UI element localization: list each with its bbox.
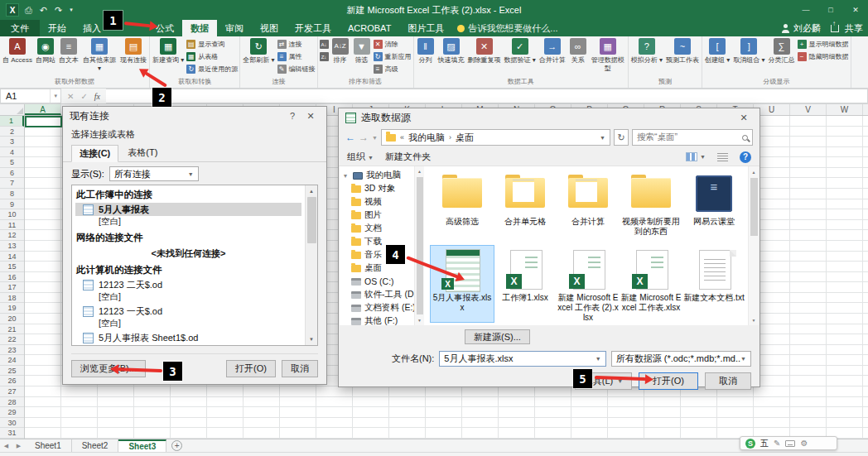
row-header-23[interactable]: 23 <box>0 345 24 356</box>
row-header-16[interactable]: 16 <box>0 272 24 283</box>
file-area-scrollbar[interactable]: ▲ ▼ <box>748 166 759 325</box>
file-item[interactable]: 高级筛选 <box>431 170 494 246</box>
cancel-button[interactable]: 取消 <box>282 360 318 377</box>
open-button[interactable]: 打开(O) <box>226 360 276 377</box>
undo-icon[interactable]: ↶ <box>40 5 47 16</box>
data-model-button[interactable]: ▦管理数据模型 <box>590 37 626 76</box>
row-header-28[interactable]: 28 <box>0 397 24 408</box>
scroll-up-icon[interactable]: ▲ <box>752 166 756 177</box>
sheet-tab-Sheet1[interactable]: Sheet1 <box>25 439 72 452</box>
row-header-12[interactable]: 12 <box>0 230 24 241</box>
column-header-W[interactable]: W <box>827 104 863 115</box>
file-item[interactable]: 新建 Microsoft Excel 工作表.xlsx <box>620 246 682 322</box>
connection-item[interactable]: 12123 二天$.od <box>75 278 301 291</box>
sheet-nav-left-icon[interactable]: ◀ <box>0 439 12 452</box>
row-header-7[interactable]: 7 <box>0 178 24 189</box>
row-header-6[interactable]: 6 <box>0 168 24 179</box>
reapply-button[interactable]: ↻重新应用 <box>374 51 412 62</box>
filter-button[interactable]: ▼筛选 <box>352 37 372 76</box>
from-table-button[interactable]: ▦从表格 <box>186 51 238 62</box>
chevron-down-icon[interactable]: ▼ <box>600 135 605 141</box>
consolidate-button[interactable]: →合并计算 <box>538 37 567 76</box>
select-all-corner[interactable] <box>0 104 25 116</box>
nav-item-10[interactable]: 文档资料 (E:) <box>344 301 414 314</box>
column-header-A[interactable]: A <box>25 104 61 115</box>
row-header-18[interactable]: 18 <box>0 293 24 304</box>
what-if-button[interactable]: ?模拟分析 ▾ <box>630 37 663 76</box>
connection-item[interactable]: 12123 一天$.od <box>75 305 301 318</box>
row-header-3[interactable]: 3 <box>0 137 24 147</box>
row-header-31[interactable]: 31 <box>0 428 24 439</box>
relationships-button[interactable]: ∞关系 <box>568 37 588 76</box>
flash-fill-button[interactable]: ▨快速填充 <box>437 37 465 76</box>
nav-item-11[interactable]: 其他 (F:) <box>344 314 414 325</box>
new-query-button[interactable]: ▦新建查询 ▾ <box>152 37 185 76</box>
column-header-V[interactable]: V <box>790 104 827 115</box>
sheet-tab-Sheet3[interactable]: Sheet3 <box>118 439 166 452</box>
row-header-29[interactable]: 29 <box>0 407 24 418</box>
row-header-17[interactable]: 17 <box>0 282 24 293</box>
close-icon[interactable]: ✕ <box>301 111 320 122</box>
details-view-icon[interactable] <box>717 153 728 162</box>
show-queries-button[interactable]: ▤显示查询 <box>186 39 238 50</box>
row-header-2[interactable]: 2 <box>0 127 24 137</box>
sogou-logo-icon[interactable]: S <box>745 439 755 449</box>
row-header-30[interactable]: 30 <box>0 418 24 429</box>
file-item[interactable]: 视频录制所要用到的东西 <box>620 170 682 246</box>
tab-ACROBAT[interactable]: ACROBAT <box>340 20 399 36</box>
hide-detail-button[interactable]: −隐藏明细数据 <box>798 51 849 62</box>
recent-sources-button[interactable]: ↻最近使用的源 <box>186 64 238 74</box>
tab-视图[interactable]: 视图 <box>252 20 287 36</box>
row-header-25[interactable]: 25 <box>0 366 24 377</box>
close-button[interactable]: ✕ <box>843 0 868 20</box>
data-validation-button[interactable]: ✓数据验证 ▾ <box>504 37 537 76</box>
show-filter-select[interactable]: 所有连接 ▼ <box>109 166 199 181</box>
scroll-down-icon[interactable]: ▼ <box>306 334 317 345</box>
breadcrumb-root[interactable]: 我的电脑 <box>408 132 445 144</box>
file-item[interactable]: 新建文本文档.txt <box>682 246 745 322</box>
row-header-19[interactable]: 19 <box>0 303 24 314</box>
ungroup-button[interactable]: ]取消组合 ▾ <box>732 37 765 76</box>
row-header-27[interactable]: 27 <box>0 386 24 397</box>
redo-icon[interactable]: ↷ <box>55 5 62 16</box>
row-header-15[interactable]: 15 <box>0 262 24 272</box>
chevron-down-icon[interactable]: ▼ <box>740 356 746 362</box>
row-header-10[interactable]: 10 <box>0 209 24 220</box>
forecast-button[interactable]: ~预测工作表 <box>665 37 700 76</box>
scroll-up-icon[interactable]: ▲ <box>417 166 422 176</box>
row-header-5[interactable]: 5 <box>0 157 24 168</box>
back-icon[interactable]: ← <box>345 132 355 143</box>
breadcrumb-current[interactable]: 桌面 <box>456 132 474 144</box>
row-header-9[interactable]: 9 <box>0 199 24 210</box>
recent-locations-icon[interactable]: ▼ <box>372 135 378 141</box>
row-header-1[interactable]: 1 <box>0 116 24 127</box>
file-item[interactable]: 新建 Microsoft Excel 工作表 (2).xlsx <box>557 246 620 322</box>
row-header-4[interactable]: 4 <box>0 147 24 158</box>
row-header-21[interactable]: 21 <box>0 324 24 335</box>
cancel-formula-icon[interactable]: ✕ <box>67 92 74 101</box>
tab-数据[interactable]: 数据 <box>182 20 217 36</box>
help-icon[interactable]: ? <box>740 151 751 163</box>
new-source-button[interactable]: 新建源(S)... <box>465 329 530 344</box>
sheet-nav-right-icon[interactable]: ▶ <box>12 439 25 452</box>
organize-button[interactable]: 组织 ▼ <box>347 151 374 163</box>
row-header-24[interactable]: 24 <box>0 355 24 366</box>
advanced-button[interactable]: ≡高级 <box>374 64 412 74</box>
other-sources-button[interactable]: ▦自其他来源 ▾ <box>81 37 118 76</box>
subtotal-button[interactable]: ∑分类汇总 <box>768 37 796 76</box>
row-header-20[interactable]: 20 <box>0 314 24 324</box>
new-sheet-button[interactable]: + <box>171 440 182 451</box>
remove-duplicates-button[interactable]: ✕删除重复项 <box>467 37 502 76</box>
connection-item[interactable]: 5月人事报表 Sheet1$.od <box>75 331 301 344</box>
minimize-button[interactable]: — <box>793 0 818 20</box>
website-button[interactable]: ◉自网站 <box>35 37 56 76</box>
ime-toolbar[interactable]: S 五 ✎ ⚙ <box>740 436 837 450</box>
account-button[interactable]: 刘必麟 <box>781 22 821 35</box>
search-input[interactable]: 搜索“桌面” <box>632 129 753 146</box>
sheet-tab-Sheet2[interactable]: Sheet2 <box>72 439 119 452</box>
row-header-11[interactable]: 11 <box>0 220 24 231</box>
nav-item-3[interactable]: 图片 <box>344 209 414 222</box>
nav-item-2[interactable]: 视频 <box>344 195 414 209</box>
tab-connections[interactable]: 连接(C) <box>71 145 118 162</box>
chevron-down-icon[interactable]: ▼ <box>596 356 601 362</box>
